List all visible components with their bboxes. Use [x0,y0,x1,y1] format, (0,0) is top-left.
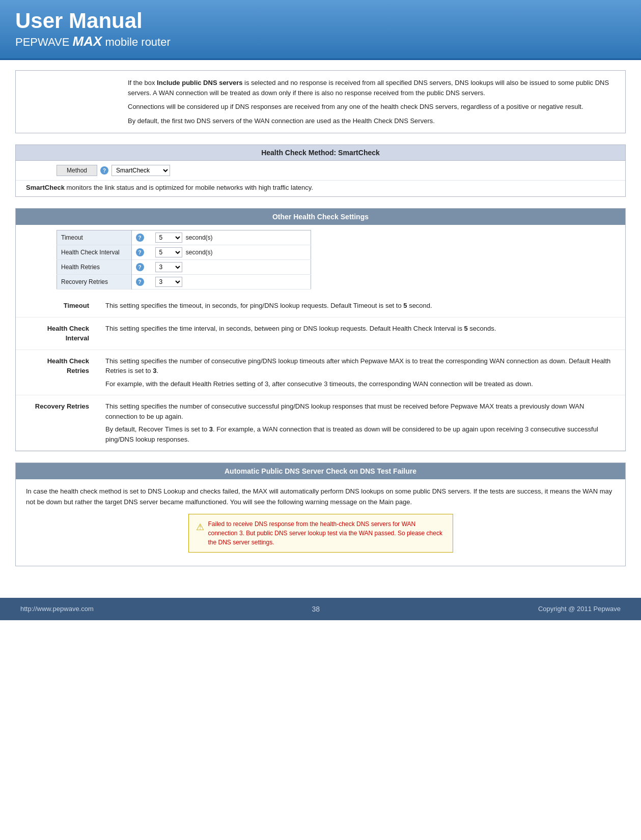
dns-content: In case the health check method is set t… [16,479,625,566]
info-block: If the box Include public DNS servers is… [15,70,626,133]
hc-method-header: Health Check Method: SmartCheck [16,145,625,161]
recovery-retries-label: Recovery Retries [57,275,132,289]
dns-warning-box: ⚠ Failed to receive DNS response from th… [188,514,453,553]
warning-icon: ⚠ [196,520,204,535]
timeout-desc-row: Timeout This setting specifies the timeo… [16,295,625,317]
info-block-content: If the box Include public DNS servers is… [16,71,625,133]
footer-copyright: Copyright @ 2011 Pepwave [538,605,621,613]
health-retries-value-cell: 3510 [151,260,311,275]
health-retries-desc-row: Health CheckRetries This setting specifi… [16,350,625,395]
info-para-1: If the box Include public DNS servers is… [128,78,615,98]
timeout-label: Timeout [57,230,132,245]
descriptions-table: Timeout This setting specifies the timeo… [16,295,625,451]
manual-title: User Manual [15,9,626,33]
recovery-retries-select[interactable]: 3510 [155,277,182,287]
subtitle-rest: mobile router [105,36,170,48]
hc-interval-desc-label: Health CheckInterval [16,317,97,350]
manual-subtitle: PEPWAVE MAX mobile router [15,34,626,49]
settings-table: Timeout ? 51015 second(s) Hea [57,230,311,289]
health-retries-desc-label: Health CheckRetries [16,350,97,395]
hc-interval-value-cell: 51030 second(s) [151,245,311,260]
dns-description: In case the health check method is set t… [26,486,615,508]
recovery-retries-desc-row: Recovery Retries This setting specifies … [16,395,625,451]
smartcheck-label: SmartCheck [26,184,65,191]
timeout-row: Timeout ? 51015 second(s) [57,230,311,245]
method-select[interactable]: SmartCheck DNS Lookup Ping HTTP [112,165,170,176]
hc-method-section: Health Check Method: SmartCheck Method ?… [15,144,626,197]
hc-interval-label: Health Check Interval [57,245,132,260]
info-para-2: Connections will be considered up if DNS… [128,102,615,112]
other-hc-header: Other Health Check Settings [16,209,625,225]
health-retries-label: Health Retries [57,260,132,275]
timeout-help-icon[interactable]: ? [131,230,151,245]
other-hc-section: Other Health Check Settings Timeout ? 51… [15,208,626,451]
smartcheck-description: monitors the link status and is optimize… [67,184,313,191]
dns-section: Automatic Public DNS Server Check on DNS… [15,462,626,566]
timeout-value-cell: 51015 second(s) [151,230,311,245]
hc-interval-row: Health Check Interval ? 51030 second(s) [57,245,311,260]
recovery-retries-help-icon[interactable]: ? [131,275,151,289]
settings-table-wrap: Timeout ? 51015 second(s) Hea [16,225,625,295]
hc-interval-unit: second(s) [186,249,213,256]
info-para-3: By default, the first two DNS servers of… [128,116,615,126]
health-retries-help-icon[interactable]: ? [131,260,151,275]
timeout-unit: second(s) [186,234,213,241]
hc-interval-desc-text: This setting specifies the time interval… [97,317,625,350]
method-help-icon[interactable]: ? [100,166,108,175]
recovery-retries-row: Recovery Retries ? 3510 [57,275,311,289]
footer-url: http://www.pepwave.com [20,605,94,613]
smartcheck-note: SmartCheck monitors the link status and … [16,181,625,196]
dns-warning-text: Failed to receive DNS response from the … [208,519,445,547]
timeout-select[interactable]: 51015 [155,233,182,243]
dns-header: Automatic Public DNS Server Check on DNS… [16,463,625,479]
health-retries-desc-text: This setting specifies the number of con… [97,350,625,395]
recovery-retries-desc-label: Recovery Retries [16,395,97,451]
brand-name: PEPWAVE [15,36,69,48]
recovery-retries-desc-text: This setting specifies the number of con… [97,395,625,451]
timeout-desc-label: Timeout [16,295,97,317]
method-label: Method [57,165,97,176]
footer-page: 38 [312,605,320,613]
hc-interval-desc-row: Health CheckInterval This setting specif… [16,317,625,350]
hc-interval-help-icon[interactable]: ? [131,245,151,260]
hc-method-row: Method ? SmartCheck DNS Lookup Ping HTTP [16,161,625,181]
timeout-desc-text: This setting specifies the timeout, in s… [97,295,625,317]
health-retries-row: Health Retries ? 3510 [57,260,311,275]
page-header: User Manual PEPWAVE MAX mobile router [0,0,641,60]
hc-interval-select[interactable]: 51030 [155,247,182,257]
health-retries-select[interactable]: 3510 [155,262,182,272]
main-content: If the box Include public DNS servers is… [0,60,641,588]
page-footer: http://www.pepwave.com 38 Copyright @ 20… [0,598,641,620]
recovery-retries-value-cell: 3510 [151,275,311,289]
max-brand: MAX [72,34,102,49]
